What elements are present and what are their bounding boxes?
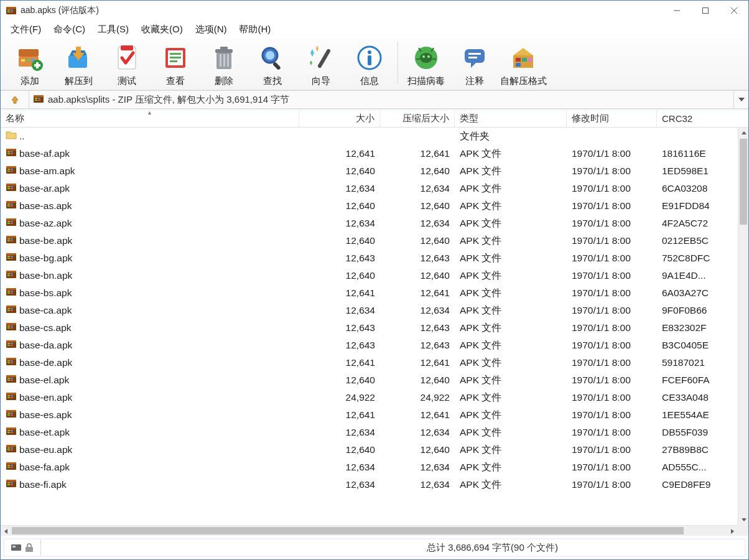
file-size: 12,640: [299, 235, 380, 246]
table-row[interactable]: base-az.apk 12,634 12,634 APK 文件 1970/1/…: [1, 215, 738, 232]
horizontal-scrollbar[interactable]: [1, 525, 738, 536]
file-type: APK 文件: [455, 374, 567, 387]
table-row[interactable]: base-be.apk 12,640 12,640 APK 文件 1970/1/…: [1, 232, 738, 250]
file-name: base-da.apk: [19, 340, 72, 351]
file-crc: C9ED8FE9: [657, 479, 719, 490]
table-row[interactable]: base-es.apk 12,641 12,641 APK 文件 1970/1/…: [1, 406, 738, 424]
tool-sfx[interactable]: 自解压格式: [499, 42, 547, 88]
table-row[interactable]: base-eu.apk 12,640 12,640 APK 文件 1970/1/…: [1, 441, 738, 459]
table-row[interactable]: base-ar.apk 12,634 12,634 APK 文件 1970/1/…: [1, 180, 738, 197]
close-button[interactable]: [720, 1, 748, 20]
file-icon: [6, 286, 17, 300]
tool-comment[interactable]: 注释: [450, 42, 499, 88]
file-icon: [6, 304, 17, 317]
svg-rect-183: [26, 547, 33, 552]
table-row[interactable]: base-bg.apk 12,643 12,643 APK 文件 1970/1/…: [1, 250, 738, 267]
tool-info[interactable]: 信息: [345, 42, 394, 88]
svg-rect-78: [11, 188, 13, 189]
vertical-scroll-thumb[interactable]: [740, 139, 747, 225]
vertical-scrollbar[interactable]: [738, 128, 748, 525]
svg-rect-75: [7, 186, 10, 187]
file-icon: [6, 129, 17, 143]
tool-find[interactable]: 查找: [248, 42, 297, 88]
location-dropdown[interactable]: [733, 91, 748, 108]
col-csize[interactable]: 压缩后大小: [380, 110, 455, 127]
file-type: APK 文件: [455, 217, 567, 230]
scroll-down-button[interactable]: [738, 515, 748, 525]
col-size[interactable]: 大小: [299, 110, 380, 127]
table-row[interactable]: base-ca.apk 12,634 12,634 APK 文件 1970/1/…: [1, 302, 738, 319]
table-row[interactable]: base-en.apk 24,922 24,922 APK 文件 1970/1/…: [1, 389, 738, 406]
tool-wizard[interactable]: 向导: [297, 42, 345, 88]
table-row[interactable]: base-et.apk 12,634 12,634 APK 文件 1970/1/…: [1, 424, 738, 441]
file-crc: 6A03A27C: [657, 287, 719, 299]
table-row[interactable]: base-cs.apk 12,643 12,643 APK 文件 1970/1/…: [1, 319, 738, 337]
svg-rect-20: [121, 45, 133, 50]
svg-rect-95: [11, 238, 13, 240]
menu-file[interactable]: 文件(F): [6, 22, 46, 37]
col-name[interactable]: 名称▴: [1, 110, 299, 127]
file-mtime: 1970/1/1 8:00: [567, 444, 657, 455]
tool-comment-label: 注释: [465, 75, 484, 87]
tool-scan[interactable]: 扫描病毒: [402, 42, 450, 88]
file-size: 12,634: [299, 462, 380, 473]
tool-test[interactable]: 测试: [103, 42, 151, 88]
tool-delete[interactable]: 删除: [200, 42, 248, 88]
table-row[interactable]: base-bs.apk 12,641 12,641 APK 文件 1970/1/…: [1, 284, 738, 302]
svg-rect-123: [7, 325, 10, 327]
up-button[interactable]: [1, 91, 29, 108]
file-icon: [6, 460, 17, 474]
table-row[interactable]: .. 文件夹: [1, 128, 738, 145]
table-row[interactable]: base-am.apk 12,640 12,640 APK 文件 1970/1/…: [1, 162, 738, 180]
menu-command[interactable]: 命令(C): [49, 22, 90, 37]
scroll-right-button[interactable]: [727, 526, 738, 536]
svg-rect-156: [11, 414, 13, 416]
svg-rect-62: [6, 149, 16, 151]
table-row[interactable]: base-as.apk 12,640 12,640 APK 文件 1970/1/…: [1, 197, 738, 215]
horizontal-scroll-thumb[interactable]: [12, 527, 684, 534]
scrollbar-corner: [738, 525, 748, 536]
col-mtime[interactable]: 修改时间: [567, 110, 657, 127]
col-type[interactable]: 类型: [455, 110, 567, 127]
col-crc[interactable]: CRC32: [657, 110, 719, 127]
svg-rect-159: [7, 430, 10, 431]
table-row[interactable]: base-de.apk 12,641 12,641 APK 文件 1970/1/…: [1, 354, 738, 371]
file-type: APK 文件: [455, 426, 567, 439]
tool-add-label: 添加: [21, 75, 39, 87]
svg-rect-179: [11, 482, 13, 483]
svg-rect-47: [465, 49, 485, 63]
file-csize: 12,641: [380, 287, 455, 299]
svg-rect-90: [11, 223, 13, 224]
tool-view[interactable]: 查看: [151, 42, 200, 88]
svg-rect-146: [6, 393, 16, 394]
svg-rect-162: [11, 432, 13, 433]
menu-tools[interactable]: 工具(S): [93, 22, 134, 37]
file-crc: 4F2A5C72: [657, 218, 719, 229]
tool-extract[interactable]: 解压到: [54, 42, 103, 88]
table-row[interactable]: base-bn.apk 12,640 12,640 APK 文件 1970/1/…: [1, 267, 738, 284]
table-row[interactable]: base-fa.apk 12,634 12,634 APK 文件 1970/1/…: [1, 459, 738, 476]
svg-rect-166: [7, 449, 10, 450]
table-row[interactable]: base-fi.apk 12,634 12,634 APK 文件 1970/1/…: [1, 476, 738, 493]
location-field[interactable]: aab.apks\splits - ZIP 压缩文件, 解包大小为 3,691,…: [29, 93, 733, 106]
menu-options[interactable]: 选项(N): [190, 22, 232, 37]
maximize-button[interactable]: [691, 1, 720, 20]
file-crc: E832302F: [657, 322, 719, 334]
menu-fav[interactable]: 收藏夹(O): [136, 22, 188, 37]
tool-add[interactable]: 添加: [6, 42, 54, 88]
file-size: 12,634: [299, 218, 380, 229]
table-row[interactable]: base-el.apk 12,640 12,640 APK 文件 1970/1/…: [1, 371, 738, 389]
svg-rect-35: [317, 49, 331, 68]
table-row[interactable]: base-af.apk 12,641 12,641 APK 文件 1970/1/…: [1, 145, 738, 162]
minimize-button[interactable]: [663, 1, 691, 20]
svg-rect-60: [38, 100, 40, 101]
file-mtime: 1970/1/1 8:00: [567, 427, 657, 438]
scroll-left-button[interactable]: [1, 526, 11, 536]
svg-rect-58: [35, 100, 37, 101]
file-size: 12,643: [299, 253, 380, 264]
svg-rect-154: [7, 414, 10, 416]
svg-rect-130: [7, 345, 10, 346]
scroll-up-button[interactable]: [738, 128, 748, 138]
menu-help[interactable]: 帮助(H): [234, 22, 276, 37]
table-row[interactable]: base-da.apk 12,643 12,643 APK 文件 1970/1/…: [1, 337, 738, 354]
